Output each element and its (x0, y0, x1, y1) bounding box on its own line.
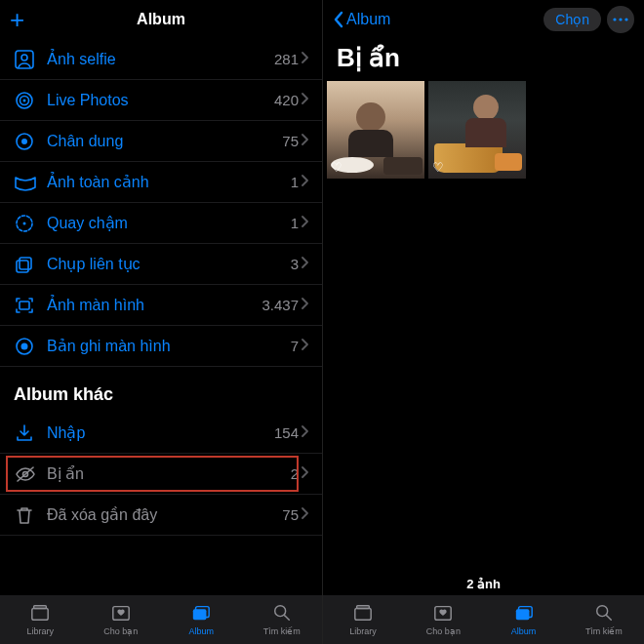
album-row-person-square[interactable]: Ảnh selfie281 (0, 39, 322, 80)
svg-point-8 (23, 221, 26, 224)
chevron-right-icon (301, 256, 308, 273)
foryou-icon (110, 603, 132, 624)
tab-library[interactable]: Library (0, 595, 81, 644)
photo-thumbnail[interactable]: ♡ (327, 81, 424, 179)
row-count: 420 (274, 92, 299, 108)
tab-albums[interactable]: Album (484, 595, 564, 644)
tab-label: Tìm kiếm (585, 626, 623, 636)
hidden-icon (14, 463, 41, 485)
albums-list-pane: + Album Ảnh selfie281Live Photos420Chân … (0, 0, 322, 644)
tab-search[interactable]: Tìm kiếm (242, 595, 323, 644)
row-label: Đã xóa gần đây (41, 505, 282, 524)
record-icon (14, 336, 41, 357)
row-label: Chân dung (41, 133, 282, 150)
pano-icon (14, 172, 41, 193)
tab-label: Cho bạn (426, 626, 461, 636)
import-icon (14, 423, 41, 444)
row-label: Live Photos (41, 92, 274, 109)
add-album-button[interactable]: + (10, 7, 24, 32)
svg-point-1 (21, 55, 27, 60)
svg-rect-26 (355, 608, 371, 620)
svg-rect-0 (16, 51, 33, 68)
row-label: Bị ẩn (41, 464, 291, 483)
row-count: 3.437 (262, 297, 299, 313)
search-icon (271, 603, 293, 624)
chevron-right-icon (301, 506, 308, 524)
chevron-right-icon (301, 215, 308, 232)
chevron-right-icon (301, 424, 308, 442)
left-header-title: Album (0, 11, 322, 28)
svg-point-13 (21, 342, 28, 349)
chevron-right-icon (301, 174, 308, 191)
album-row-hidden[interactable]: Bị ẩn2 (0, 454, 322, 495)
chevron-right-icon (301, 92, 308, 109)
svg-point-4 (23, 99, 26, 101)
row-label: Quay chậm (41, 214, 291, 232)
row-label: Ảnh toàn cảnh (41, 173, 291, 191)
row-count: 1 (291, 174, 299, 190)
slomo-icon (14, 213, 41, 234)
favorite-icon: ♡ (331, 160, 342, 175)
tab-bar: LibraryCho bạnAlbumTìm kiếm (0, 595, 322, 644)
tab-label: Tìm kiếm (263, 626, 301, 636)
svg-rect-9 (17, 261, 28, 272)
svg-rect-27 (357, 606, 370, 609)
screenshot-icon (14, 295, 41, 316)
svg-point-6 (21, 139, 27, 144)
album-row-pano[interactable]: Ảnh toàn cảnh1 (0, 162, 322, 203)
album-row-screenshot[interactable]: Ảnh màn hình3.437 (0, 285, 322, 326)
album-row-portrait[interactable]: Chân dung75 (0, 121, 322, 162)
more-button[interactable] (607, 6, 634, 33)
album-row-burst[interactable]: Chụp liên tục3 (0, 244, 322, 285)
svg-rect-11 (20, 302, 29, 309)
chevron-right-icon (301, 465, 308, 483)
chevron-right-icon (301, 133, 308, 150)
svg-rect-17 (34, 606, 47, 609)
album-row-live[interactable]: Live Photos420 (0, 80, 322, 121)
back-button[interactable]: Album (333, 11, 390, 28)
svg-point-24 (619, 18, 622, 20)
favorite-icon: ♡ (432, 160, 444, 175)
library-icon (29, 603, 51, 624)
tab-label: Album (511, 626, 537, 636)
svg-line-22 (284, 616, 289, 621)
row-label: Nhập (41, 423, 274, 442)
tab-label: Library (349, 626, 377, 636)
row-label: Bản ghi màn hình (41, 337, 291, 355)
row-label: Chụp liên tục (41, 255, 291, 273)
chevron-right-icon (301, 51, 308, 68)
tab-foryou[interactable]: Cho bạn (81, 595, 162, 644)
right-header: Album Chọn (323, 0, 644, 39)
albums-icon (190, 603, 212, 624)
row-label: Ảnh selfie (41, 50, 274, 68)
svg-point-21 (274, 606, 285, 617)
portrait-icon (14, 131, 41, 152)
row-count: 154 (274, 424, 299, 441)
album-row-slomo[interactable]: Quay chậm1 (0, 203, 322, 244)
svg-rect-16 (32, 608, 48, 620)
row-count: 3 (291, 256, 299, 272)
album-row-record[interactable]: Bản ghi màn hình7 (0, 326, 322, 367)
album-row-import[interactable]: Nhập154 (0, 413, 322, 454)
tab-label: Album (188, 626, 214, 636)
row-count: 2 (291, 465, 299, 482)
photo-thumbnail[interactable]: ♡ (428, 81, 526, 179)
tab-label: Cho bạn (103, 626, 138, 636)
svg-rect-10 (20, 258, 31, 269)
svg-point-25 (624, 18, 627, 20)
live-icon (14, 90, 41, 111)
tab-library[interactable]: Library (323, 595, 403, 644)
tab-albums[interactable]: Album (161, 595, 242, 644)
svg-point-31 (597, 606, 608, 617)
row-count: 281 (274, 51, 299, 67)
chevron-right-icon (301, 297, 308, 314)
tab-bar: LibraryCho bạnAlbumTìm kiếm (323, 595, 644, 644)
photo-count-label: 2 ảnh (323, 577, 644, 591)
select-button[interactable]: Chọn (543, 8, 601, 31)
row-count: 75 (282, 133, 299, 149)
tab-search[interactable]: Tìm kiếm (564, 595, 644, 644)
tab-foryou[interactable]: Cho bạn (403, 595, 483, 644)
row-count: 7 (291, 338, 299, 354)
section-header-other: Album khác (0, 367, 322, 413)
album-row-trash[interactable]: Đã xóa gần đây75 (0, 495, 322, 536)
